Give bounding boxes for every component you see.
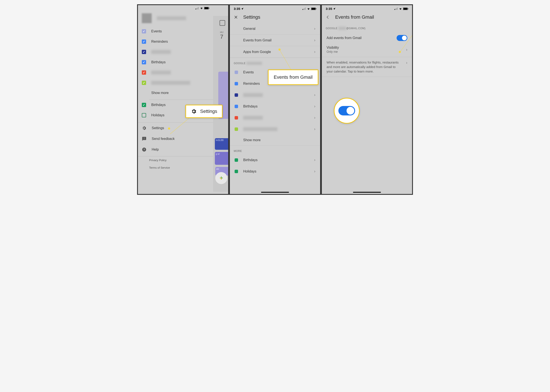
svg-rect-21 (404, 8, 407, 10)
callout-label: Events from Gmail (274, 74, 313, 80)
event-block-2: ImSLBB (215, 138, 228, 150)
home-indicator[interactable] (353, 192, 381, 193)
color-swatch (235, 93, 238, 97)
gear-icon (142, 126, 146, 130)
calendar-item[interactable]: ✓ ████████ (138, 67, 213, 78)
close-icon[interactable] (234, 15, 238, 19)
chevron-right-icon: › (314, 38, 315, 42)
svg-rect-11 (304, 8, 305, 10)
add-events-row[interactable]: Add events from Gmail (322, 32, 412, 44)
calendar-settings-item[interactable]: ████████ › (230, 89, 320, 101)
checkbox-icon[interactable]: ✓ (142, 40, 146, 44)
description-text: When enabled, reservations for flights, … (326, 60, 402, 74)
calendar-label: ████████████████ (151, 81, 190, 85)
description-row[interactable]: When enabled, reservations for flights, … (322, 57, 412, 77)
calendar-settings-item[interactable]: Birthdays › (230, 154, 320, 166)
calendar-settings-item[interactable]: Holidays › (230, 166, 320, 177)
status-time: 3:35 (234, 7, 240, 11)
checkbox-icon[interactable]: ✓ (142, 50, 146, 54)
color-swatch (235, 105, 238, 108)
help-label: Help (152, 148, 159, 152)
chevron-right-icon: › (314, 127, 315, 131)
svg-rect-3 (198, 7, 199, 9)
svg-rect-15 (316, 8, 316, 9)
location-icon (241, 7, 244, 10)
help-menu-item[interactable]: ? Help (138, 144, 213, 155)
privacy-link[interactable]: Privacy Policy (138, 156, 213, 164)
svg-rect-18 (396, 8, 397, 10)
back-icon[interactable] (326, 15, 330, 19)
settings-item[interactable]: Events from Gmail › (230, 35, 320, 46)
feedback-icon (142, 136, 146, 141)
terms-link[interactable]: Terms of Service (138, 164, 213, 171)
calendar-label: Events (151, 29, 162, 33)
visibility-value: Only me (326, 50, 339, 53)
status-bar: 3:35 (230, 5, 320, 11)
calendar-item[interactable]: ✓ Reminders (138, 36, 213, 47)
settings-item[interactable]: Apps from Google › (230, 46, 320, 58)
checkbox-empty-icon[interactable] (142, 113, 146, 117)
checkbox-icon[interactable]: ✓ (142, 70, 146, 75)
svg-rect-22 (408, 8, 408, 9)
visibility-row[interactable]: Visibility Only me › (322, 44, 412, 57)
item-label: Apps from Google (243, 50, 271, 54)
show-more-button[interactable]: Show more (138, 88, 213, 98)
svg-rect-6 (209, 8, 209, 9)
signal-icon (394, 7, 398, 10)
wifi-icon (399, 7, 402, 10)
avatar (142, 13, 152, 23)
battery-icon (403, 7, 408, 10)
svg-rect-12 (305, 7, 306, 10)
svg-rect-1 (196, 8, 197, 9)
calendar-settings-item[interactable]: ██████████████ › (230, 123, 320, 135)
calendar-item[interactable]: ✓ ████████ (138, 47, 213, 57)
calendar-label: Birthdays (151, 60, 166, 64)
settings-label: Settings (152, 126, 164, 130)
status-bar: 3:35 (322, 5, 412, 11)
item-label: General (243, 27, 255, 31)
calendar-item[interactable]: ✓ ████████████████ (138, 78, 213, 88)
checkbox-icon[interactable]: ✓ (142, 60, 146, 64)
callout-events-gmail: Events from Gmail (268, 70, 318, 85)
location-icon (333, 7, 336, 10)
calendar-item[interactable]: ✓ Birthdays (138, 57, 213, 67)
settings-menu-item[interactable]: Settings (138, 123, 213, 133)
calendar-item[interactable]: ✓ Events (138, 26, 213, 36)
calendar-label: Birthdays (151, 103, 166, 107)
checkbox-icon[interactable]: ✓ (142, 81, 146, 85)
toggle-on-large (338, 106, 355, 115)
show-more-label: Show more (243, 138, 261, 142)
phone-screen-3: 3:35 Events from Gmail GOOGLE ████@GMAIL… (322, 5, 412, 194)
page-title: Events from Gmail (335, 14, 374, 20)
status-time: 3:35 (326, 7, 332, 11)
callout-label: Settings (200, 109, 217, 114)
feedback-menu-item[interactable]: Send feedback (138, 133, 213, 144)
chevron-right-icon: › (314, 158, 315, 162)
calendar-settings-item[interactable]: ████████ › (230, 112, 320, 123)
wifi-icon (307, 7, 310, 10)
status-bar (138, 5, 213, 10)
calendar-settings-item[interactable]: Birthdays › (230, 101, 320, 112)
chevron-right-icon: › (314, 26, 315, 31)
svg-rect-9 (303, 9, 303, 10)
day-abbr: HU (215, 31, 228, 34)
callout-settings: Settings (185, 105, 223, 118)
svg-rect-2 (197, 8, 198, 9)
home-indicator[interactable] (261, 192, 289, 193)
fab-add-button[interactable]: + (215, 172, 227, 184)
settings-item[interactable]: General › (230, 23, 320, 35)
settings-header: Settings (230, 11, 320, 23)
page-title: Settings (243, 14, 261, 20)
chevron-right-icon: › (314, 104, 315, 109)
toggle-on[interactable] (397, 35, 407, 41)
color-swatch (235, 158, 238, 162)
color-swatch (235, 127, 238, 131)
callout-dot (168, 127, 170, 130)
item-label: Holidays (243, 169, 256, 173)
checkbox-icon[interactable]: ✓ (142, 29, 146, 34)
account-header[interactable]: ████████████ (138, 10, 213, 26)
show-more-button[interactable]: Show more (230, 135, 320, 146)
callout-toggle (334, 98, 360, 124)
checkbox-icon[interactable]: ✓ (142, 103, 146, 107)
svg-rect-16 (394, 9, 395, 10)
